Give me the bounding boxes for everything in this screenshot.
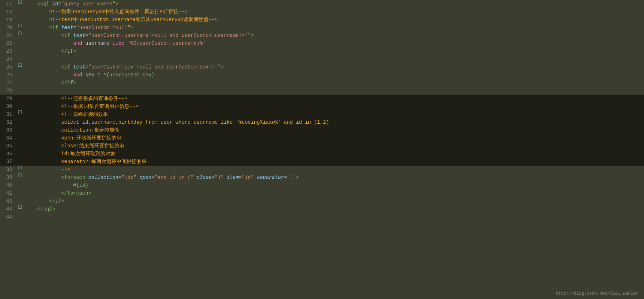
code-token: "userCustom.sex!=null and userCustom.sex…: [88, 64, 221, 70]
line-number: 27: [0, 79, 16, 87]
code-token: [25, 25, 49, 30]
line-number: 30: [0, 103, 16, 110]
code-token: >: [296, 175, 299, 180]
code-token: <!--test中userCustom.username表示从userAuery…: [49, 17, 217, 23]
code-token: >: [221, 64, 224, 70]
code-line: 24: [0, 55, 644, 63]
code-token: [25, 206, 37, 212]
line-number: 22: [0, 39, 16, 47]
fold-icon[interactable]: -: [18, 24, 22, 27]
code-token: "id": [242, 175, 254, 180]
code-token: [25, 175, 61, 180]
line-number: 37: [0, 158, 16, 166]
code-content: and username like '%${userCustom.usernam…: [24, 39, 644, 47]
code-line: 31- <!--最终拼接的效果: [0, 110, 644, 118]
code-token: =: [58, 1, 61, 7]
code-content: <foreach collection="ids" open="and id i…: [24, 174, 644, 181]
code-token: [25, 104, 61, 109]
fold-icon[interactable]: -: [18, 63, 22, 67]
code-content: <!--还有很多的查询条件-->: [24, 95, 644, 103]
code-token: >: [130, 25, 133, 30]
code-line: 20- <if test="userCustom!=null">: [0, 24, 644, 32]
code-line: 28: [0, 87, 644, 95]
fold-icon[interactable]: -: [18, 174, 22, 177]
fold-icon[interactable]: -: [18, 110, 22, 114]
code-token: and: [73, 72, 82, 78]
code-token: [25, 41, 73, 46]
line-number: 33: [0, 126, 16, 134]
code-token: [25, 143, 61, 149]
code-content: <!--test中userCustom.username表示从userAuery…: [24, 16, 644, 24]
fold-icon[interactable]: -: [18, 32, 22, 35]
code-content: <if test="userCustom.username!=null and …: [24, 32, 644, 39]
fold-icon[interactable]: -: [18, 166, 22, 169]
gutter: -: [16, 0, 24, 4]
code-content: <if test="userCustom!=null">: [24, 24, 644, 32]
line-number: 21: [0, 32, 16, 39]
code-content: close:结束循环要拼接的串: [24, 142, 644, 150]
code-line: 37 separator:每两次循环中间拼接的串: [0, 158, 644, 166]
code-content: open:开始循环要拼接的串: [24, 134, 644, 142]
code-token: </if>: [49, 198, 64, 204]
code-token: [25, 9, 49, 15]
code-token: [25, 80, 61, 86]
code-token: </if>: [61, 80, 76, 86]
code-token: <sql: [37, 1, 52, 7]
code-token: =: [118, 175, 121, 180]
code-line: 42 </if>: [0, 197, 644, 205]
code-token: -->: [61, 167, 70, 172]
code-token: and: [73, 41, 82, 46]
gutter: -: [16, 110, 24, 114]
code-content: </if>: [24, 197, 644, 205]
line-number: 44: [0, 213, 16, 221]
code-token: item: [227, 175, 239, 180]
gutter: -: [16, 174, 24, 177]
code-line: 22 and username like '%${userCustom.user…: [0, 39, 644, 47]
code-token: [25, 1, 37, 7]
code-token: collection: [88, 175, 118, 180]
code-token: </if>: [61, 48, 76, 54]
code-line: 43- </sql>: [0, 205, 644, 213]
gutter: -: [16, 32, 24, 35]
code-content: <!--如果userQueryVo中传入查询条件，再进行sql拼接-->: [24, 8, 644, 16]
gutter: -: [16, 166, 24, 169]
code-token: [25, 96, 61, 101]
code-token: [25, 111, 61, 117]
code-content: id:每次循环取到的对象: [24, 150, 644, 158]
line-number: 40: [0, 181, 16, 189]
code-token: [25, 135, 61, 141]
code-line: 44: [0, 213, 644, 221]
fold-icon[interactable]: -: [18, 205, 22, 209]
code-line: 27 </if>: [0, 79, 644, 87]
code-token: "query_user_where": [61, 1, 115, 7]
code-line: 40 #{id}: [0, 181, 644, 189]
code-token: ",": [287, 175, 296, 180]
code-line: 35 close:结束循环要拼接的串: [0, 142, 644, 150]
code-token: [25, 159, 61, 165]
code-token: sex =: [82, 72, 104, 78]
code-token: '%${userCustom.username}%': [128, 41, 206, 46]
fold-icon[interactable]: -: [18, 0, 22, 4]
code-token: <if: [61, 64, 73, 70]
line-number: 39: [0, 174, 16, 181]
code-content: <!--最终拼接的效果: [24, 110, 644, 118]
code-token: [25, 190, 61, 196]
code-token: "userCustom.username!=null and userCusto…: [88, 33, 251, 38]
line-number: 36: [0, 150, 16, 158]
code-line: 41 </foreach>: [0, 189, 644, 197]
code-token: <foreach: [61, 175, 88, 180]
code-token: select id,username,birthday from user wh…: [61, 119, 329, 125]
code-token: [224, 175, 227, 180]
code-token: <!--根据id集合查询用户信息-->: [61, 104, 139, 109]
code-token: [25, 151, 61, 157]
code-token: "and id in (": [154, 175, 193, 180]
code-line: 33 collection:集合的属性: [0, 126, 644, 134]
code-token: </sql>: [37, 206, 55, 212]
code-content: -->: [24, 166, 644, 174]
code-content: </sql>: [24, 205, 644, 213]
code-content: select id,username,birthday from user wh…: [24, 118, 644, 126]
code-content: </if>: [24, 79, 644, 87]
line-number: 43: [0, 205, 16, 213]
code-token: >: [115, 1, 118, 7]
code-token: open:开始循环要拼接的串: [61, 135, 121, 141]
